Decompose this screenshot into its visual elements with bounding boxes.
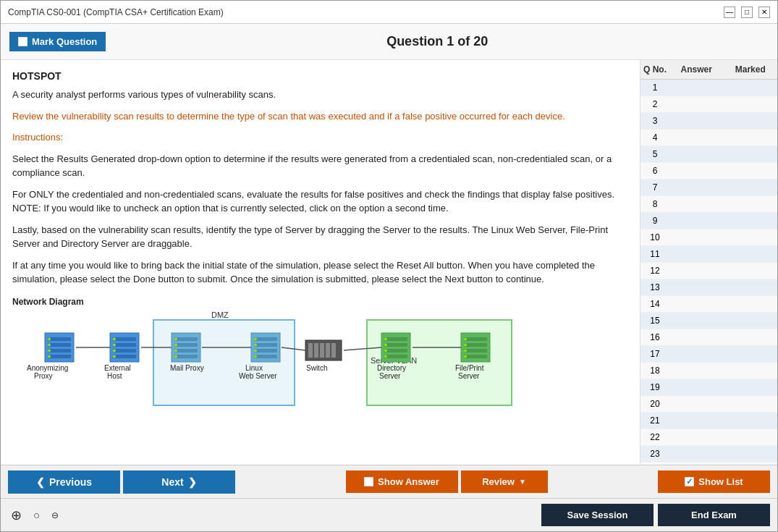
sidebar-row[interactable]: 21 xyxy=(640,413,777,429)
paragraph-5: Lastly, based on the vulnerability scan … xyxy=(12,223,628,251)
nav-left-buttons: Previous Next xyxy=(8,470,235,494)
sidebar-cell-qno: 4 xyxy=(640,131,669,144)
show-answer-button[interactable]: Show Answer xyxy=(346,470,458,493)
sidebar-cell-marked xyxy=(724,314,778,327)
review-button[interactable]: Review ▼ xyxy=(461,470,548,493)
sidebar-scroll-area[interactable]: 1 2 3 4 5 6 7 8 9 10 11 xyxy=(640,80,777,465)
sidebar-cell-answer xyxy=(669,148,724,161)
sidebar-row[interactable]: 17 xyxy=(640,346,777,363)
paragraph-1: A security analyst performs various type… xyxy=(12,88,628,102)
svg-text:File/Print: File/Print xyxy=(455,364,484,372)
nav-center-buttons: Show Answer Review ▼ xyxy=(346,470,548,493)
sidebar-row[interactable]: 14 xyxy=(640,296,777,313)
svg-rect-16 xyxy=(113,337,136,341)
svg-point-21 xyxy=(113,349,116,352)
svg-point-69 xyxy=(464,343,467,346)
sidebar-cell-answer xyxy=(669,181,724,194)
maximize-button[interactable]: □ xyxy=(741,7,753,18)
sidebar-cell-marked xyxy=(724,364,778,377)
previous-label: Previous xyxy=(49,476,92,488)
sidebar-row[interactable]: 12 xyxy=(640,263,777,279)
sidebar-row[interactable]: 18 xyxy=(640,363,777,379)
bottom-navigation-bar: Previous Next Show Answer Review ▼ ✓ Sho… xyxy=(1,465,777,498)
sidebar-cell-qno: 19 xyxy=(640,381,669,394)
svg-rect-11 xyxy=(48,355,71,358)
sidebar-row[interactable]: 19 xyxy=(640,379,777,396)
svg-point-56 xyxy=(384,337,387,340)
sidebar-cell-qno: 7 xyxy=(640,181,669,194)
sidebar-row[interactable]: 9 xyxy=(640,213,777,229)
sidebar-row[interactable]: 1 xyxy=(640,80,777,96)
window-controls: — □ ✕ xyxy=(724,7,770,18)
sidebar-row[interactable]: 23 xyxy=(640,446,777,463)
sidebar-cell-qno: 8 xyxy=(640,198,669,211)
svg-text:Web Server: Web Server xyxy=(239,372,277,380)
svg-rect-51 xyxy=(326,343,330,358)
svg-rect-43 xyxy=(254,355,277,358)
sidebar-cell-qno: 13 xyxy=(640,281,669,294)
sidebar-row[interactable]: 2 xyxy=(640,96,777,113)
svg-point-71 xyxy=(464,349,467,352)
svg-rect-49 xyxy=(314,343,318,358)
previous-button[interactable]: Previous xyxy=(8,470,120,494)
sidebar-row[interactable]: 11 xyxy=(640,246,777,263)
sidebar-row[interactable]: 3 xyxy=(640,113,777,130)
sidebar-row[interactable]: 16 xyxy=(640,329,777,346)
sidebar-cell-marked xyxy=(724,81,778,94)
sidebar-row[interactable]: 7 xyxy=(640,180,777,196)
svg-point-44 xyxy=(254,355,257,358)
next-button[interactable]: Next xyxy=(123,470,235,494)
sidebar-cell-qno: 5 xyxy=(640,148,669,161)
review-label: Review xyxy=(482,476,515,487)
close-button[interactable]: ✕ xyxy=(758,7,770,18)
sidebar-header-marked: Marked xyxy=(724,63,778,76)
save-session-button[interactable]: Save Session xyxy=(541,504,654,526)
minimize-button[interactable]: — xyxy=(724,7,735,18)
sidebar-cell-qno: 23 xyxy=(640,447,669,460)
sidebar-row[interactable]: 8 xyxy=(640,196,777,213)
svg-rect-29 xyxy=(174,343,198,347)
sidebar-cell-marked xyxy=(724,148,778,161)
svg-rect-31 xyxy=(174,349,198,352)
sidebar-row[interactable]: 22 xyxy=(640,429,777,446)
svg-rect-72 xyxy=(464,355,487,358)
end-exam-label: End Exam xyxy=(691,510,737,520)
sidebar-cell-qno: 11 xyxy=(640,248,669,261)
sidebar-cell-marked xyxy=(724,231,778,244)
nav-right-buttons: ✓ Show List xyxy=(658,470,770,493)
sidebar-cell-answer xyxy=(669,231,724,244)
sidebar-row[interactable]: 5 xyxy=(640,146,777,163)
svg-rect-7 xyxy=(48,343,71,347)
svg-rect-57 xyxy=(384,343,407,347)
sidebar-row[interactable]: 13 xyxy=(640,279,777,296)
next-arrow-icon xyxy=(188,476,197,488)
sidebar-row[interactable]: 15 xyxy=(640,313,777,329)
end-exam-button[interactable]: End Exam xyxy=(658,504,770,526)
sidebar-cell-answer xyxy=(669,131,724,144)
svg-rect-27 xyxy=(174,337,198,341)
sidebar-cell-answer xyxy=(669,347,724,360)
zoom-out-button[interactable]: ⊖ xyxy=(48,509,62,522)
svg-rect-33 xyxy=(174,355,198,358)
sidebar-cell-qno: 6 xyxy=(640,164,669,177)
svg-rect-39 xyxy=(254,343,277,347)
zoom-in-button[interactable]: ⊕ xyxy=(8,506,25,525)
sidebar-cell-marked xyxy=(724,297,778,311)
sidebar-row[interactable]: 10 xyxy=(640,229,777,246)
mark-question-button[interactable]: Mark Question xyxy=(9,32,106,51)
sidebar-row[interactable]: 20 xyxy=(640,396,777,413)
sidebar-cell-marked xyxy=(724,198,778,211)
sidebar-row[interactable]: 4 xyxy=(640,130,777,146)
zoom-reset-button[interactable]: ○ xyxy=(30,507,43,523)
svg-text:Switch: Switch xyxy=(306,364,327,372)
svg-rect-55 xyxy=(384,337,407,341)
sidebar-row[interactable]: 6 xyxy=(640,163,777,180)
sidebar-cell-answer xyxy=(669,98,724,111)
svg-point-67 xyxy=(464,337,467,340)
sidebar-cell-qno: 17 xyxy=(640,347,669,360)
svg-text:Linux: Linux xyxy=(245,364,263,372)
svg-rect-48 xyxy=(308,343,313,358)
sidebar-cell-qno: 18 xyxy=(640,364,669,377)
sidebar-cell-qno: 21 xyxy=(640,414,669,427)
show-list-button[interactable]: ✓ Show List xyxy=(658,470,770,493)
